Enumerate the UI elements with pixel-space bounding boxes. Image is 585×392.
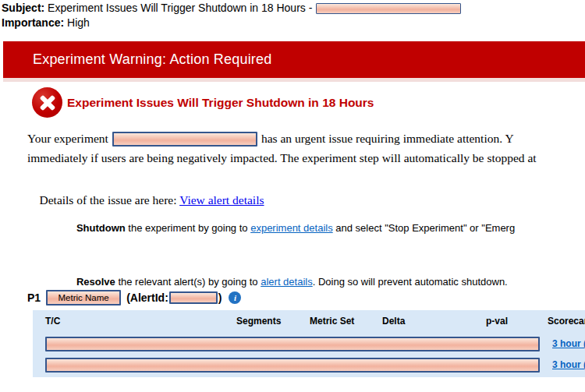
bullet-lead: Resolve (76, 276, 115, 288)
alert-details-link[interactable]: alert details (261, 276, 312, 288)
metric-results-table: T/C Segments Metric Set Delta p-val Scor… (33, 310, 585, 377)
info-icon[interactable]: i (229, 291, 241, 304)
redacted-metric-name-box: Metric Name (46, 290, 121, 305)
priority-badge: P1 (27, 291, 41, 304)
alertid-close-paren: ) (218, 291, 222, 304)
alert-heading: Experiment Issues Will Trigger Shutdown … (67, 96, 374, 110)
importance-label: Importance: (2, 16, 64, 30)
bullet-text: the relevant alert(s) by going to (115, 276, 261, 288)
scorecard-3hour-link[interactable]: 3 hour ( (552, 338, 585, 349)
column-header-delta: Delta (382, 316, 405, 327)
column-header-metric-set: Metric Set (310, 316, 354, 327)
warning-banner: Experiment Warning: Action Required (3, 41, 585, 78)
column-header-tc: T/C (45, 316, 60, 327)
column-header-scorecard: Scorecard (548, 316, 585, 327)
redacted-table-row (45, 358, 540, 373)
metric-name-label: Metric Name (58, 293, 109, 302)
importance-value: High (64, 16, 90, 30)
redacted-alertid-box (169, 291, 218, 304)
alert-heading-row: Experiment Issues Will Trigger Shutdown … (32, 87, 374, 118)
redacted-table-row (45, 337, 540, 351)
redacted-experiment-name-box (112, 132, 257, 147)
email-meta: Subject: Experiment Issues Will Trigger … (2, 1, 461, 30)
column-header-pval: p-val (477, 316, 508, 327)
subject-text: Experiment Issues Will Trigger Shutdown … (44, 1, 312, 16)
error-x-icon (32, 87, 62, 118)
column-header-segments: Segments (236, 316, 281, 327)
redacted-experiment-name-box (316, 3, 461, 14)
bullet-text: and select "Stop Experiment" or "Emerg (333, 222, 516, 234)
metric-alert-row: P1 Metric Name (AlertId:) i (27, 290, 241, 305)
experiment-details-link[interactable]: experiment details (250, 222, 333, 234)
banner-divider (3, 78, 585, 82)
importance-line: Importance: High (2, 16, 461, 30)
bullet-text: the experiment by going to (126, 222, 250, 234)
warning-banner-title: Experiment Warning: Action Required (33, 51, 271, 68)
alertid-prefix: (AlertId: (126, 291, 168, 304)
paragraph-line-1: Your experiment has an urgent issue requ… (27, 129, 585, 148)
paragraph-text-after: has an urgent issue requiring immediate … (261, 132, 514, 146)
paragraph-text-before: Your experiment (27, 132, 108, 146)
list-item-shutdown: Shutdown the experiment by going to expe… (54, 201, 585, 255)
bullet-lead: Shutdown (76, 222, 126, 234)
scorecard-3hour-link[interactable]: 3 hour ( (552, 359, 585, 370)
paragraph-line-2: immediately if users are being negativel… (27, 150, 585, 167)
subject-line: Subject: Experiment Issues Will Trigger … (2, 1, 461, 16)
subject-label: Subject: (2, 1, 44, 16)
email-message-view: Subject: Experiment Issues Will Trigger … (0, 0, 585, 392)
bullet-text: . Doing so will prevent automatic shutdo… (313, 276, 508, 288)
info-glyph: i (234, 293, 236, 302)
body-paragraph: Your experiment has an urgent issue requ… (27, 129, 585, 167)
